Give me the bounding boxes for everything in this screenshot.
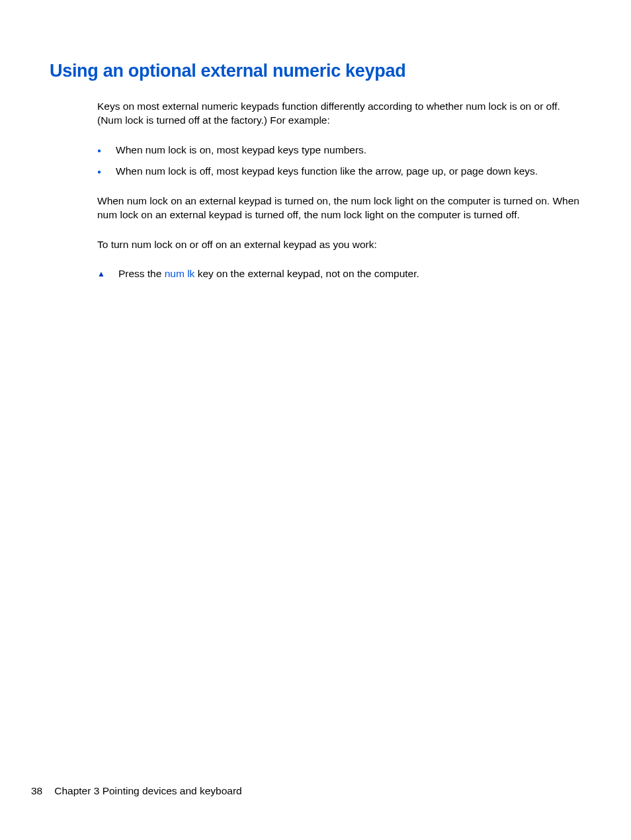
body-paragraph: To turn num lock on or off on an externa… — [97, 238, 581, 252]
step-list: ▲ Press the num lk key on the external k… — [97, 267, 581, 281]
chapter-label: Chapter 3 Pointing devices and keyboard — [54, 785, 242, 796]
step-prefix: Press the — [118, 268, 165, 279]
bullet-icon: ● — [97, 167, 101, 177]
bullet-text: When num lock is off, most keypad keys f… — [116, 165, 538, 179]
intro-paragraph: Keys on most external numeric keypads fu… — [97, 100, 581, 128]
step-item: ▲ Press the num lk key on the external k… — [97, 267, 581, 281]
bullet-icon: ● — [97, 146, 101, 155]
content-area: Keys on most external numeric keypads fu… — [97, 100, 581, 281]
page-number: 38 — [31, 785, 42, 796]
page-footer: 38Chapter 3 Pointing devices and keyboar… — [31, 785, 242, 797]
key-label: num lk — [165, 268, 195, 279]
list-item: ● When num lock is off, most keypad keys… — [97, 165, 581, 179]
triangle-up-icon: ▲ — [97, 269, 105, 279]
bullet-text: When num lock is on, most keypad keys ty… — [116, 144, 366, 157]
bullet-list: ● When num lock is on, most keypad keys … — [97, 144, 581, 179]
list-item: ● When num lock is on, most keypad keys … — [97, 144, 581, 157]
step-suffix: key on the external keypad, not on the c… — [194, 268, 419, 279]
section-heading: Using an optional external numeric keypa… — [50, 61, 581, 81]
step-text: Press the num lk key on the external key… — [118, 267, 419, 281]
document-page: Using an optional external numeric keypa… — [0, 0, 631, 281]
body-paragraph: When num lock on an external keypad is t… — [97, 194, 581, 222]
